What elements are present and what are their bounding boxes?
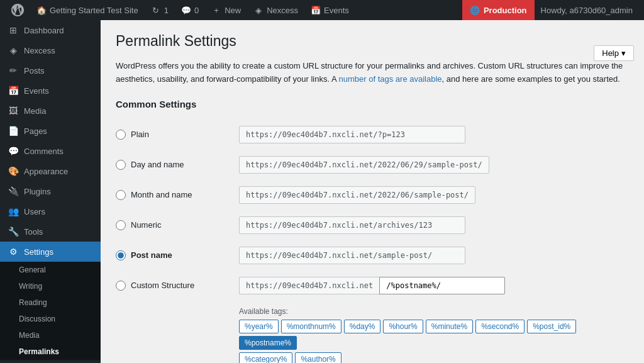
submenu-writing[interactable]: Writing <box>0 278 101 294</box>
sidebar-item-events[interactable]: 📅 Events <box>0 81 101 101</box>
post-name-option-row: Post name https://09ec40d4b7.nxcli.net/s… <box>116 240 629 271</box>
updates-icon: ↻ <box>151 5 161 15</box>
post-name-label[interactable]: Post name <box>116 250 229 260</box>
plugins-icon: 🔌 <box>8 186 19 196</box>
day-and-name-label[interactable]: Day and name <box>116 160 229 170</box>
plain-radio[interactable] <box>116 130 126 140</box>
month-and-name-url: https://09ec40d4b7.nxcli.net/2022/06/sam… <box>239 186 475 204</box>
sidebar-item-label: Nexcess <box>24 46 55 55</box>
production-icon: 🌐 <box>470 6 480 15</box>
howdy-item[interactable]: Howdy, a6730d60_admin <box>535 0 639 20</box>
numeric-radio[interactable] <box>116 220 126 230</box>
main-content: Help ▾ Permalink Settings WordPress offe… <box>101 20 644 363</box>
pages-icon: 📄 <box>8 126 19 136</box>
plus-icon: + <box>211 5 221 15</box>
submenu-permalinks[interactable]: Permalinks <box>0 343 101 360</box>
events-icon: 📅 <box>311 5 321 15</box>
settings-submenu: General Writing Reading Discussion Media… <box>0 262 101 360</box>
sidebar-item-comments[interactable]: 💬 Comments <box>0 141 101 161</box>
tag-post-id[interactable]: %post_id% <box>527 320 576 333</box>
month-and-name-label[interactable]: Month and name <box>116 190 229 200</box>
tag-hour[interactable]: %hour% <box>383 320 423 333</box>
sidebar-item-media[interactable]: 🖼 Media <box>0 101 101 121</box>
sidebar-item-label: Users <box>24 207 45 216</box>
sidebar-item-tools[interactable]: 🔧 Tools <box>0 221 101 242</box>
month-and-name-option-row: Month and name https://09ec40d4b7.nxcli.… <box>116 180 629 210</box>
section-title: Common Settings <box>116 99 629 109</box>
tags-row-1: %year% %monthnum% %day% %hour% %minute% … <box>239 320 629 350</box>
tag-day[interactable]: %day% <box>344 320 381 333</box>
tag-monthnum[interactable]: %monthnum% <box>281 320 341 333</box>
submenu-reading[interactable]: Reading <box>0 294 101 311</box>
nexcess-icon: ◈ <box>253 5 264 15</box>
dashboard-icon: ⊞ <box>8 25 19 35</box>
custom-structure-input[interactable] <box>379 277 505 294</box>
sidebar-item-nexcess[interactable]: ◈ Nexcess <box>0 40 101 60</box>
sidebar-item-plugins[interactable]: 🔌 Plugins <box>0 181 101 201</box>
sidebar-item-dashboard[interactable]: ⊞ Dashboard <box>0 20 101 40</box>
admin-menu: ⊞ Dashboard ◈ Nexcess ✏ Posts 📅 Events 🖼… <box>0 20 101 363</box>
comments-icon: 💬 <box>181 5 191 15</box>
day-and-name-url: https://09ec40d4b7.nxcli.net/2022/06/29/… <box>239 156 489 174</box>
sidebar-item-pages[interactable]: 📄 Pages <box>0 121 101 141</box>
sidebar-item-label: Media <box>24 106 46 116</box>
sidebar-item-label: Plugins <box>24 187 51 196</box>
sidebar-item-label: Tools <box>24 227 43 237</box>
appearance-icon: 🎨 <box>8 166 19 176</box>
sidebar-item-label: Comments <box>24 147 64 156</box>
submenu-discussion[interactable]: Discussion <box>0 311 101 327</box>
tag-postname[interactable]: %postname% <box>239 336 297 350</box>
submenu-media[interactable]: Media <box>0 327 101 343</box>
users-icon: 👥 <box>8 206 19 216</box>
day-and-name-text: Day and name <box>131 160 184 169</box>
month-and-name-text: Month and name <box>131 190 192 199</box>
plain-label[interactable]: Plain <box>116 130 229 140</box>
events-label: Events <box>324 6 349 15</box>
new-label: New <box>225 6 241 15</box>
sidebar-item-label: Posts <box>24 66 45 75</box>
sidebar-item-appearance[interactable]: 🎨 Appearance <box>0 161 101 181</box>
custom-structure-radio[interactable] <box>116 281 126 291</box>
site-name: Getting Started Test Site <box>50 6 138 15</box>
sidebar-item-settings[interactable]: ⚙ Settings <box>0 242 101 262</box>
custom-structure-inputs: https://09ec40d4b7.nxcli.net <box>239 277 505 294</box>
sidebar-item-label: Events <box>24 86 49 96</box>
sidebar-item-users[interactable]: 👥 Users <box>0 201 101 221</box>
updates-count: 1 <box>164 6 169 15</box>
available-tags-section: Available tags: %year% %monthnum% %day% … <box>239 307 629 363</box>
settings-icon: ⚙ <box>8 247 19 257</box>
new-item[interactable]: + New <box>205 0 247 20</box>
tag-category[interactable]: %category% <box>239 352 292 363</box>
numeric-label[interactable]: Numeric <box>116 220 229 230</box>
site-name-item[interactable]: 🏠 Getting Started Test Site <box>30 0 145 20</box>
tag-second[interactable]: %second% <box>475 320 525 333</box>
submenu-general[interactable]: General <box>0 262 101 278</box>
comments-menu-icon: 💬 <box>8 146 19 156</box>
plain-text: Plain <box>131 130 149 139</box>
help-button[interactable]: Help ▾ <box>594 45 634 61</box>
tag-author[interactable]: %author% <box>295 352 341 363</box>
numeric-url: https://09ec40d4b7.nxcli.net/archives/12… <box>239 216 465 234</box>
sidebar-item-posts[interactable]: ✏ Posts <box>0 60 101 81</box>
numeric-option-row: Numeric https://09ec40d4b7.nxcli.net/arc… <box>116 210 629 240</box>
month-and-name-radio[interactable] <box>116 190 126 200</box>
tools-icon: 🔧 <box>8 226 19 237</box>
comments-item[interactable]: 💬 0 <box>175 0 205 20</box>
sidebar-item-label: Pages <box>24 126 47 136</box>
tags-link[interactable]: number of tags are available <box>339 74 442 84</box>
custom-structure-text: Custom Structure <box>131 281 194 290</box>
tag-year[interactable]: %year% <box>239 320 279 333</box>
day-and-name-radio[interactable] <box>116 160 126 170</box>
tag-minute[interactable]: %minute% <box>426 320 473 333</box>
updates-item[interactable]: ↻ 1 <box>145 0 175 20</box>
sidebar-item-label: Settings <box>24 247 53 257</box>
custom-structure-label[interactable]: Custom Structure <box>116 281 229 291</box>
sidebar-item-label: Dashboard <box>24 26 64 35</box>
post-name-radio[interactable] <box>116 250 126 260</box>
wp-logo-item[interactable] <box>5 0 30 20</box>
production-badge[interactable]: 🌐 Production <box>462 0 535 20</box>
nexcess-menu-icon: ◈ <box>8 45 19 55</box>
nexcess-item[interactable]: ◈ Nexcess <box>247 0 304 20</box>
events-item[interactable]: 📅 Events <box>304 0 355 20</box>
media-icon: 🖼 <box>8 106 19 116</box>
